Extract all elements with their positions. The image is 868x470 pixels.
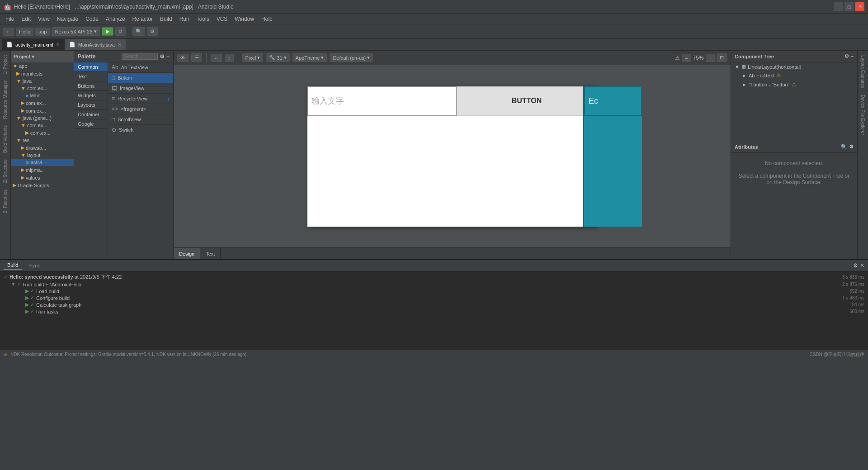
palette-cat-buttons[interactable]: Buttons bbox=[74, 81, 108, 91]
module-selector[interactable]: app bbox=[35, 28, 50, 36]
tree-item-drawable[interactable]: ▶ drawab... bbox=[11, 144, 74, 152]
menu-item-file[interactable]: File bbox=[2, 15, 18, 23]
right-panel: Component Tree ⚙ – ▼ ▦ LinearLayout(hori… bbox=[731, 51, 857, 259]
minimize-button[interactable]: ─ bbox=[834, 2, 843, 11]
palette-item-imageview[interactable]: 🖼 ImageView bbox=[108, 83, 173, 94]
tree-item-com2[interactable]: ▶ com.ex... bbox=[11, 99, 74, 107]
menu-item-navigate[interactable]: Navigate bbox=[53, 15, 82, 23]
menu-item-build[interactable]: Build bbox=[156, 15, 176, 23]
comp-tree-linearlayout[interactable]: ▼ ▦ LinearLayout(horizontal) bbox=[731, 62, 857, 71]
folder-icon: ▼ bbox=[16, 78, 21, 84]
palette-cat-container[interactable]: Container bbox=[74, 110, 108, 119]
build-tab[interactable]: Build bbox=[4, 261, 22, 270]
side-tab-resource-manager[interactable]: Resource Manager bbox=[1, 78, 9, 122]
palette-item-recyclerview[interactable]: ≡ RecyclerView ↓ bbox=[108, 94, 173, 104]
menu-item-code[interactable]: Code bbox=[82, 15, 102, 23]
attr-search-icon[interactable]: 🔍 bbox=[841, 144, 847, 150]
palette-item-button[interactable]: □ Button bbox=[108, 73, 173, 83]
comp-tree-edittext[interactable]: ► Ab EditText ⚠ bbox=[731, 71, 857, 80]
theme-selector[interactable]: AppTheme ▾ bbox=[292, 53, 327, 62]
tree-item-main[interactable]: ● Main... bbox=[11, 92, 74, 99]
side-tab-favorites[interactable]: 2: Favorites bbox=[1, 187, 9, 216]
run-button[interactable]: ▶ bbox=[102, 27, 113, 36]
sync-tab[interactable]: Sync bbox=[25, 262, 43, 269]
tab-mainactivity[interactable]: 📄 MainActivity.java ✕ bbox=[65, 39, 126, 50]
attr-gear-icon[interactable]: ⚙ bbox=[849, 144, 854, 150]
tree-item-com4[interactable]: ▼ com.ex... bbox=[11, 122, 74, 129]
tree-item-mipmap[interactable]: ▶ mipma... bbox=[11, 166, 74, 174]
maximize-button[interactable]: □ bbox=[844, 2, 854, 11]
list-button[interactable]: ☰ bbox=[191, 53, 202, 62]
tree-item-com1[interactable]: ▼ com.ex... bbox=[11, 85, 74, 92]
tree-item-res[interactable]: ▼ res bbox=[11, 137, 74, 144]
side-tab-device-file-explorer[interactable]: Device File Explorer bbox=[859, 92, 867, 138]
side-tab-structure[interactable]: Z: Structure bbox=[1, 157, 9, 185]
tree-minus-icon[interactable]: – bbox=[851, 53, 854, 59]
palette-cat-text[interactable]: Text bbox=[74, 72, 108, 81]
menu-item-help[interactable]: Help bbox=[258, 15, 276, 23]
api-selector[interactable]: 🔧 31 ▾ bbox=[266, 53, 289, 62]
locale-selector[interactable]: Default (en-us) ▾ bbox=[330, 53, 373, 62]
zoom-out-button[interactable]: – bbox=[682, 54, 691, 62]
side-tab-project[interactable]: 1: Project bbox=[1, 52, 9, 77]
project-selector[interactable]: Hello bbox=[16, 28, 33, 36]
tree-item-activity-main[interactable]: ⚙ activi... bbox=[11, 159, 74, 166]
menu-item-analyze[interactable]: Analyze bbox=[102, 15, 129, 23]
palette-cat-widgets[interactable]: Widgets bbox=[74, 91, 108, 100]
tree-item-gradle[interactable]: ▶ Gradle Scripts bbox=[11, 181, 74, 189]
palette-gear-icon[interactable]: ⚙ bbox=[160, 53, 165, 60]
palette-minus-icon[interactable]: – bbox=[166, 53, 170, 60]
h-arrows-button[interactable]: ↔ bbox=[211, 54, 222, 62]
side-tab-build-variants[interactable]: Build Variants bbox=[1, 123, 9, 156]
design-tab-text[interactable]: Text bbox=[200, 248, 221, 259]
close-button[interactable]: ✕ bbox=[855, 2, 864, 11]
zoom-in-button[interactable]: + bbox=[706, 54, 715, 62]
build-close-icon[interactable]: ✕ bbox=[860, 262, 864, 269]
tab-close[interactable]: ✕ bbox=[56, 42, 60, 47]
search-button[interactable]: 🔍 bbox=[132, 27, 145, 36]
palette-cat-layouts[interactable]: Layouts bbox=[74, 100, 108, 110]
menu-item-vcs[interactable]: VCS bbox=[213, 15, 231, 23]
comp-tree-button[interactable]: ► □ button - "Button" ⚠ bbox=[731, 80, 857, 89]
tree-gear-icon[interactable]: ⚙ bbox=[844, 53, 849, 59]
palette-search[interactable] bbox=[122, 53, 158, 60]
tree-item-manifests[interactable]: ▶ manifests bbox=[11, 70, 74, 77]
tree-item-java[interactable]: ▼ java bbox=[11, 77, 74, 85]
palette-item-textview[interactable]: Ab Ab TextView bbox=[108, 62, 173, 73]
eye-button[interactable]: 👁 bbox=[177, 54, 189, 62]
sync-button[interactable]: ↺ bbox=[115, 27, 126, 36]
palette-item-fragment[interactable]: <> <fragment> bbox=[108, 104, 173, 114]
menu-item-run[interactable]: Run bbox=[176, 15, 193, 23]
menu-item-refactor[interactable]: Refactor bbox=[129, 15, 156, 23]
check-icon: ▶ ✓ bbox=[25, 288, 34, 294]
build-gear-icon[interactable]: ⚙ bbox=[853, 262, 858, 269]
palette-item-scrollview[interactable]: □ ScrollView bbox=[108, 114, 173, 125]
menu-item-window[interactable]: Window bbox=[231, 15, 258, 23]
tree-item-java-gen[interactable]: ▼ java (gene...) bbox=[11, 114, 74, 122]
settings-button[interactable]: ⚙ bbox=[147, 27, 158, 36]
device-selector[interactable]: Nexus 5X API 26 ▾ bbox=[52, 27, 99, 36]
edittext-widget[interactable]: 输入文字 bbox=[307, 86, 457, 116]
menu-item-edit[interactable]: Edit bbox=[18, 15, 34, 23]
tab-close2[interactable]: ✕ bbox=[118, 42, 121, 47]
tree-item-com5[interactable]: ▶ com.ex... bbox=[11, 129, 74, 137]
component-tree-panel: Component Tree ⚙ – ▼ ▦ LinearLayout(hori… bbox=[731, 51, 857, 141]
zoom-fit-button[interactable]: ⊡ bbox=[717, 53, 727, 62]
back-button[interactable]: ← bbox=[3, 28, 14, 36]
tree-item-layout[interactable]: ▼ layout bbox=[11, 152, 74, 159]
side-tab-layout-captures[interactable]: Layout Captures bbox=[859, 52, 867, 91]
pixel-selector[interactable]: Pixel ▾ bbox=[242, 53, 264, 62]
palette-cat-google[interactable]: Google bbox=[74, 119, 108, 129]
tree-item-com3[interactable]: ▶ com.ex... bbox=[11, 107, 74, 114]
palette-cat-common[interactable]: Common bbox=[74, 62, 108, 72]
palette-item-switch[interactable]: ⊙ Switch bbox=[108, 125, 173, 135]
v-arrows-button[interactable]: ↕ bbox=[225, 54, 234, 62]
tree-item-app[interactable]: ▼ app bbox=[11, 62, 74, 70]
menu-item-tools[interactable]: Tools bbox=[193, 15, 213, 23]
button-label: BUTTON bbox=[512, 97, 542, 105]
tree-item-values[interactable]: ▶ values bbox=[11, 174, 74, 181]
design-tab-design[interactable]: Design bbox=[174, 248, 200, 259]
menu-item-view[interactable]: View bbox=[34, 15, 53, 23]
button-widget[interactable]: BUTTON bbox=[457, 86, 597, 116]
tab-activity-main[interactable]: 📄 activity_main.xml ✕ bbox=[2, 39, 65, 50]
